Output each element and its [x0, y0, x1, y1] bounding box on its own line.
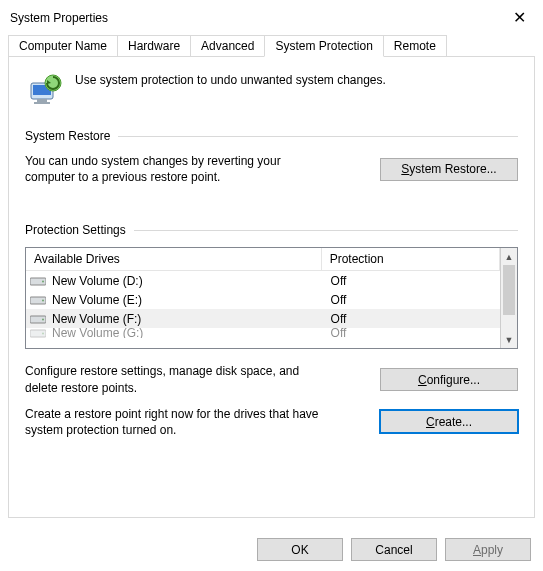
table-row[interactable]: New Volume (D:) Off	[26, 271, 500, 290]
drive-name: New Volume (E:)	[52, 293, 142, 307]
drive-icon	[30, 275, 46, 287]
col-protection[interactable]: Protection	[322, 248, 500, 270]
scrollbar[interactable]: ▲ ▼	[500, 248, 517, 348]
scroll-thumb[interactable]	[503, 265, 515, 315]
scroll-up-icon[interactable]: ▲	[501, 248, 517, 265]
col-available-drives[interactable]: Available Drives	[26, 248, 322, 270]
configure-button[interactable]: Configure...	[380, 368, 518, 391]
close-icon[interactable]: ✕	[509, 8, 529, 27]
tab-remote[interactable]: Remote	[383, 35, 447, 57]
drive-protection: Off	[323, 274, 500, 288]
intro-text: Use system protection to undo unwanted s…	[75, 71, 386, 87]
create-button[interactable]: Create...	[380, 410, 518, 433]
group-protection-settings: Protection Settings	[25, 223, 518, 237]
group-system-restore: System Restore	[25, 129, 518, 143]
system-protection-icon	[25, 71, 65, 111]
drive-protection: Off	[323, 328, 500, 338]
divider	[134, 230, 518, 231]
drive-name: New Volume (F:)	[52, 312, 141, 326]
svg-point-8	[42, 299, 44, 301]
tab-strip: Computer Name Hardware Advanced System P…	[0, 35, 543, 57]
intro-row: Use system protection to undo unwanted s…	[25, 71, 518, 111]
table-row[interactable]: New Volume (F:) Off	[26, 309, 500, 328]
apply-button[interactable]: Apply	[445, 538, 531, 561]
dialog-footer: OK Cancel Apply	[0, 527, 543, 571]
table-row[interactable]: New Volume (G:) Off	[26, 328, 500, 338]
svg-point-12	[42, 333, 44, 335]
drive-name: New Volume (G:)	[52, 328, 143, 338]
system-restore-button[interactable]: System Restore...	[380, 158, 518, 181]
window-title: System Properties	[10, 11, 108, 25]
group-protection-settings-label: Protection Settings	[25, 223, 126, 237]
svg-point-10	[42, 318, 44, 320]
drive-protection: Off	[323, 293, 500, 307]
create-desc: Create a restore point right now for the…	[25, 406, 325, 438]
titlebar: System Properties ✕	[0, 0, 543, 33]
system-restore-desc: You can undo system changes by reverting…	[25, 153, 305, 185]
cancel-button[interactable]: Cancel	[351, 538, 437, 561]
drives-list: Available Drives Protection New Volume (…	[25, 247, 518, 349]
svg-rect-3	[34, 102, 50, 104]
drive-protection: Off	[323, 312, 500, 326]
ok-button[interactable]: OK	[257, 538, 343, 561]
drive-icon	[30, 328, 46, 338]
tab-panel: Use system protection to undo unwanted s…	[8, 56, 535, 518]
drive-icon	[30, 313, 46, 325]
svg-point-6	[42, 280, 44, 282]
svg-rect-2	[37, 99, 47, 102]
configure-desc: Configure restore settings, manage disk …	[25, 363, 325, 395]
tab-hardware[interactable]: Hardware	[117, 35, 191, 57]
scroll-down-icon[interactable]: ▼	[501, 331, 517, 348]
scroll-track[interactable]	[501, 315, 517, 331]
table-row[interactable]: New Volume (E:) Off	[26, 290, 500, 309]
tab-system-protection[interactable]: System Protection	[264, 35, 383, 57]
list-header: Available Drives Protection	[26, 248, 500, 271]
group-system-restore-label: System Restore	[25, 129, 110, 143]
drive-name: New Volume (D:)	[52, 274, 143, 288]
tab-advanced[interactable]: Advanced	[190, 35, 265, 57]
drive-icon	[30, 294, 46, 306]
tab-computer-name[interactable]: Computer Name	[8, 35, 118, 57]
divider	[118, 136, 518, 137]
